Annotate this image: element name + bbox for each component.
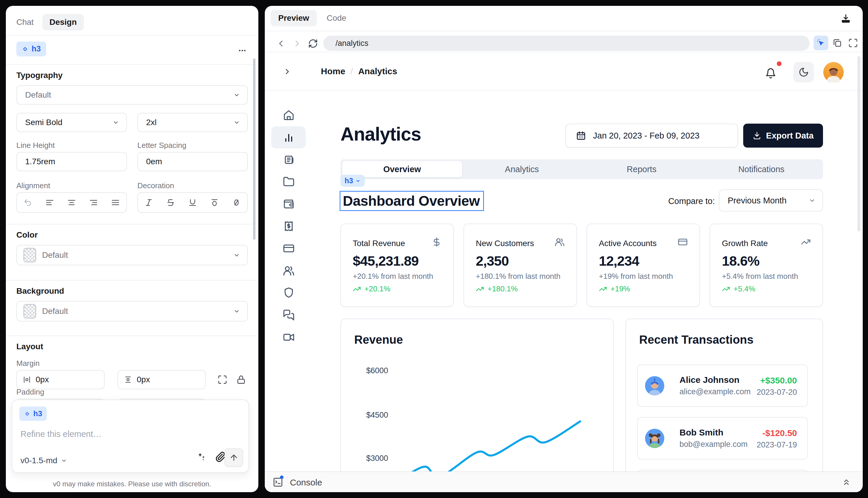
overline-icon[interactable]	[210, 198, 219, 207]
model-select[interactable]: v0-1.5-md	[21, 456, 67, 465]
decoration-label: Decoration	[137, 181, 174, 190]
margin-y-input[interactable]: 0px	[118, 370, 206, 389]
preview-scrollbar[interactable]	[857, 56, 860, 232]
tab-chat[interactable]: Chat	[16, 17, 34, 27]
decoration-toolbar	[137, 192, 248, 213]
align-left-icon[interactable]	[45, 198, 54, 207]
background-select[interactable]: Default	[16, 301, 248, 322]
breadcrumb-home[interactable]: Home	[321, 66, 345, 76]
font-family-select[interactable]: Default	[16, 86, 248, 105]
sidebar-icon-credit-card[interactable]	[283, 243, 294, 254]
italic-icon[interactable]	[144, 198, 153, 207]
sidebar-icon-receipt[interactable]	[283, 220, 294, 232]
bell-icon[interactable]	[765, 68, 776, 79]
y-tick-6000: $6000	[356, 366, 388, 375]
tab-design[interactable]: Design	[42, 14, 83, 30]
alignment-toolbar	[16, 192, 127, 213]
transparent-swatch-icon	[23, 248, 36, 262]
color-section-label: Color	[16, 230, 38, 240]
nav-forward-icon[interactable]	[292, 39, 302, 49]
user-avatar[interactable]	[823, 62, 844, 82]
selection-tag-chip[interactable]: h3	[341, 175, 365, 187]
nav-back-icon[interactable]	[276, 39, 286, 49]
chevron-down-icon	[61, 457, 67, 464]
chevron-down-icon	[355, 178, 361, 184]
color-select[interactable]: Default	[16, 245, 248, 265]
transaction-row[interactable]: Bob Smith bob@example.com -$120.50 2023-…	[637, 417, 808, 459]
margin-lock-icon[interactable]	[236, 375, 246, 384]
submit-button[interactable]	[224, 448, 243, 467]
sidebar-icon-users[interactable]	[283, 265, 294, 276]
font-size-select[interactable]: 2xl	[137, 113, 248, 132]
refresh-icon[interactable]	[308, 39, 318, 49]
dollar-sign-icon	[432, 237, 442, 247]
sidebar-toggle-icon[interactable]	[283, 67, 292, 76]
sidebar-icon-folder[interactable]	[283, 176, 294, 188]
sidebar-icon-wallet[interactable]	[283, 198, 294, 210]
notification-dot	[777, 61, 781, 66]
margin-horizontal-icon	[23, 376, 31, 384]
stat-card-active-accounts: Active Accounts 12,234 +19% from last mo…	[587, 224, 700, 307]
preview-viewport: Home / Analytics	[265, 52, 863, 471]
chevron-down-icon	[112, 119, 119, 126]
tab-reports[interactable]: Reports	[582, 165, 702, 174]
preview-panel: Preview Code /analytics Home / Ana	[265, 6, 863, 492]
margin-x-input[interactable]: 0px	[16, 370, 105, 389]
align-right-icon[interactable]	[89, 198, 98, 207]
download-icon	[752, 131, 761, 140]
more-options-icon[interactable]	[238, 46, 247, 55]
decoration-none-icon[interactable]	[232, 198, 241, 207]
compare-select[interactable]: Previous Month	[719, 189, 823, 212]
chevron-down-icon	[233, 252, 240, 259]
transaction-row[interactable]: Alice Johnson alice@example.com +$350.00…	[637, 365, 808, 407]
selected-element-outline[interactable]: Dashboard Overview	[340, 191, 484, 211]
console-bar[interactable]: Console	[265, 471, 863, 492]
y-tick-3000: $3000	[356, 454, 388, 463]
tab-preview[interactable]: Preview	[271, 10, 317, 26]
chevron-down-icon	[233, 119, 240, 126]
font-weight-select[interactable]: Semi Bold	[16, 113, 127, 132]
sidebar-icon-home[interactable]	[283, 109, 294, 121]
sidebar-icon-video[interactable]	[283, 331, 294, 343]
transactions-title: Recent Transactions	[639, 333, 753, 346]
stat-card-new-customers: New Customers 2,350 +180.1% from last mo…	[463, 224, 577, 307]
sidebar-icon-messages[interactable]	[283, 309, 294, 321]
sparkles-icon[interactable]	[196, 451, 206, 461]
dashboard-tabs: Overview Analytics Reports Notifications	[341, 159, 823, 179]
tab-analytics[interactable]: Analytics	[462, 165, 582, 174]
copy-icon[interactable]	[832, 38, 842, 48]
credit-card-icon	[678, 237, 688, 247]
trending-up-icon	[722, 285, 730, 293]
download-icon[interactable]	[841, 13, 851, 24]
export-data-button[interactable]: Export Data	[743, 123, 823, 148]
moon-icon	[799, 67, 809, 77]
undo-icon[interactable]	[23, 198, 32, 207]
cursor-inspect-icon	[816, 38, 826, 48]
background-section-label: Background	[16, 286, 64, 296]
align-justify-icon[interactable]	[111, 198, 120, 207]
url-bar[interactable]: /analytics	[323, 36, 810, 51]
composer-element-chip[interactable]: h3	[19, 407, 47, 421]
sidebar-icon-newspaper[interactable]	[283, 154, 294, 166]
date-range-picker[interactable]: Jan 20, 2023 - Feb 09, 2023	[566, 123, 738, 148]
sidebar-icon-shield[interactable]	[283, 287, 294, 299]
users-icon	[555, 237, 565, 247]
design-panel-scrollbar[interactable]	[253, 58, 255, 240]
chevrons-up-icon[interactable]	[842, 477, 851, 487]
align-center-icon[interactable]	[67, 198, 76, 207]
margin-expand-icon[interactable]	[218, 375, 227, 384]
inspect-tool-button[interactable]	[814, 36, 828, 50]
strikethrough-icon[interactable]	[166, 198, 175, 207]
tab-notifications[interactable]: Notifications	[701, 165, 821, 174]
tab-code[interactable]: Code	[327, 13, 346, 23]
composer-input[interactable]: Refine this element…	[21, 429, 102, 439]
fullscreen-icon[interactable]	[848, 38, 858, 48]
underline-icon[interactable]	[188, 198, 197, 207]
selected-element-badge[interactable]: h3	[16, 41, 46, 56]
composer: h3 Refine this element… v0-1.5-md	[12, 399, 249, 473]
line-height-input[interactable]: 1.75rem	[16, 152, 127, 171]
letter-spacing-input[interactable]: 0em	[137, 152, 248, 171]
dark-mode-toggle[interactable]	[793, 62, 814, 82]
revenue-line-chart	[403, 342, 602, 471]
sidebar-icon-bar-chart[interactable]	[283, 132, 294, 143]
